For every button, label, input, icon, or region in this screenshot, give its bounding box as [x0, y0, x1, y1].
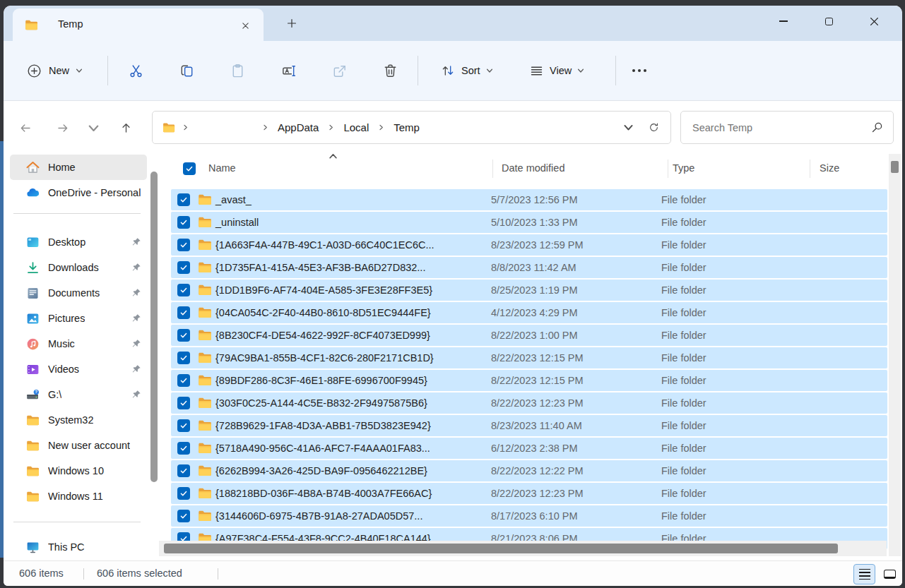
sidebar-item-label: Music	[48, 338, 75, 349]
music-icon	[25, 337, 40, 352]
row-type: File folder	[661, 325, 706, 346]
row-checkbox[interactable]	[177, 374, 190, 387]
sidebar-item-onedrive[interactable]: OneDrive - Personal	[10, 180, 147, 205]
table-row[interactable]: {728B9629-1FA8-4D3A-ABB1-7B5D3823E942} 8…	[171, 415, 887, 436]
maximize-button[interactable]	[806, 6, 851, 37]
copy-button[interactable]	[171, 56, 202, 85]
search-icon[interactable]	[871, 121, 883, 133]
table-row[interactable]: {303F0C25-A144-4C5E-B832-2F94975875B6} 8…	[171, 392, 887, 414]
column-header-date[interactable]: Date modified	[502, 162, 564, 174]
address-dropdown-button[interactable]	[615, 116, 641, 140]
large-thumbnails-view-button[interactable]	[879, 564, 901, 584]
refresh-button[interactable]	[641, 116, 666, 140]
horizontal-scrollbar[interactable]	[159, 541, 887, 556]
share-button[interactable]	[324, 56, 355, 85]
check-icon	[179, 376, 188, 385]
breadcrumb-local[interactable]: Local	[341, 119, 372, 136]
column-header-type[interactable]: Type	[673, 162, 694, 174]
up-button[interactable]	[114, 116, 138, 139]
address-bar[interactable]: AppData Local Temp	[152, 111, 671, 144]
sidebar-item-this-pc[interactable]: This PC	[10, 534, 147, 560]
table-row[interactable]: {6262B994-3A26-425D-BA9F-0956462212BE} 8…	[171, 460, 887, 481]
table-row[interactable]: _uninstall 5/10/2023 1:33 PM File folder	[171, 212, 887, 233]
column-divider[interactable]	[492, 160, 493, 178]
sidebar-scrollbar[interactable]	[150, 172, 158, 482]
view-button[interactable]: View	[522, 56, 591, 85]
table-row[interactable]: {1DD1B9F6-AF74-404E-A585-3FE3E28FF3E5} 8…	[171, 280, 887, 301]
cut-button[interactable]	[120, 56, 151, 85]
chevron-right-icon[interactable]	[378, 124, 384, 131]
row-checkbox[interactable]	[177, 487, 190, 500]
breadcrumb-temp[interactable]: Temp	[391, 119, 422, 136]
back-button[interactable]	[13, 116, 37, 139]
sidebar-item-windows11[interactable]: Windows 11	[10, 484, 147, 509]
sidebar-item-label: This PC	[48, 541, 85, 553]
sidebar-item-desktop[interactable]: Desktop	[10, 229, 147, 255]
chevron-down-icon	[88, 122, 100, 134]
tab-close-icon[interactable]	[237, 17, 254, 34]
row-checkbox[interactable]	[177, 464, 190, 477]
sidebar-item-system32[interactable]: System32	[10, 407, 147, 433]
sidebar-item-pictures[interactable]: Pictures	[10, 306, 147, 331]
vertical-scrollbar-thumb[interactable]	[891, 161, 899, 173]
table-row[interactable]: {1D735FA1-415A-45E3-AF3B-BA6D27D832... 8…	[171, 257, 887, 278]
row-checkbox[interactable]	[177, 397, 190, 409]
table-row[interactable]: {79AC9BA1-855B-4CF1-82C6-280F2171CB1D} 8…	[171, 347, 887, 368]
new-tab-button[interactable]	[282, 13, 302, 33]
forward-button[interactable]	[50, 116, 74, 139]
sidebar-item-documents[interactable]: Documents	[10, 280, 147, 306]
table-row[interactable]: {1A663F4A-447B-49C1-A03D-66C40C1EC6C... …	[171, 234, 887, 256]
paste-button[interactable]	[222, 56, 253, 85]
column-header-size[interactable]: Size	[820, 162, 839, 174]
breadcrumb-appdata[interactable]: AppData	[275, 119, 321, 136]
delete-button[interactable]	[374, 56, 406, 85]
pin-icon	[131, 263, 141, 272]
sort-button[interactable]: Sort	[433, 56, 500, 85]
column-header-name[interactable]: Name	[208, 162, 236, 174]
search-box[interactable]	[680, 111, 894, 144]
row-checkbox[interactable]	[177, 261, 190, 274]
table-row[interactable]: {89BDF286-8C3F-46E1-88FE-6996700F9945} 8…	[171, 370, 887, 391]
vertical-scrollbar[interactable]	[889, 154, 901, 556]
horizontal-scrollbar-thumb[interactable]	[164, 544, 838, 553]
rename-button[interactable]	[273, 56, 304, 85]
sidebar-item-gdrive[interactable]: ? G:\	[10, 382, 147, 407]
row-checkbox[interactable]	[177, 239, 190, 251]
chevron-right-icon[interactable]	[182, 124, 189, 131]
sidebar-item-downloads[interactable]: Downloads	[10, 255, 147, 280]
column-divider[interactable]	[668, 160, 668, 178]
table-row[interactable]: _avast_ 5/7/2023 12:56 PM File folder	[171, 189, 887, 210]
recent-locations-button[interactable]	[81, 116, 105, 139]
tab-temp[interactable]: Temp	[13, 8, 264, 41]
row-checkbox[interactable]	[177, 329, 190, 342]
select-all-checkbox[interactable]	[183, 162, 196, 175]
chevron-right-icon[interactable]	[328, 124, 334, 131]
row-checkbox[interactable]	[177, 352, 190, 364]
sidebar-item-windows10[interactable]: Windows 10	[10, 458, 147, 484]
row-checkbox[interactable]	[177, 306, 190, 319]
close-button[interactable]	[851, 6, 897, 37]
sidebar-item-music[interactable]: Music	[10, 331, 147, 356]
new-button[interactable]: New	[19, 56, 90, 85]
table-row[interactable]: {04CA054C-2F40-44B0-8610-8D51EC9444FE} 4…	[171, 302, 887, 323]
row-checkbox[interactable]	[177, 284, 190, 296]
row-checkbox[interactable]	[177, 442, 190, 455]
sidebar-item-new-user-account[interactable]: New user account	[10, 433, 147, 458]
sidebar-item-videos[interactable]: Videos	[10, 356, 147, 382]
row-checkbox[interactable]	[177, 510, 190, 522]
see-more-button[interactable]	[624, 56, 655, 85]
search-input[interactable]	[681, 122, 871, 133]
table-row[interactable]: {8B230CF4-DE54-4622-992F-8CF4073ED999} 8…	[171, 325, 887, 346]
row-checkbox[interactable]	[177, 216, 190, 229]
row-checkbox[interactable]	[177, 419, 190, 432]
sidebar-item-home[interactable]: Home	[10, 155, 147, 180]
folder-icon	[197, 486, 213, 501]
details-view-button[interactable]	[853, 564, 875, 584]
table-row[interactable]: {188218BD-036F-4B8A-B74B-4003A7FE66AC} 8…	[171, 483, 887, 504]
row-checkbox[interactable]	[177, 193, 190, 206]
minimize-button[interactable]	[761, 6, 806, 37]
table-row[interactable]: {3144606D-6975-4B7B-91A8-27ADA05D57... 8…	[171, 505, 887, 527]
chevron-right-icon[interactable]	[262, 124, 268, 131]
column-divider[interactable]	[810, 160, 810, 178]
table-row[interactable]: {5718A490-956C-41A6-AFC7-F4AAA01FA83... …	[171, 438, 887, 459]
